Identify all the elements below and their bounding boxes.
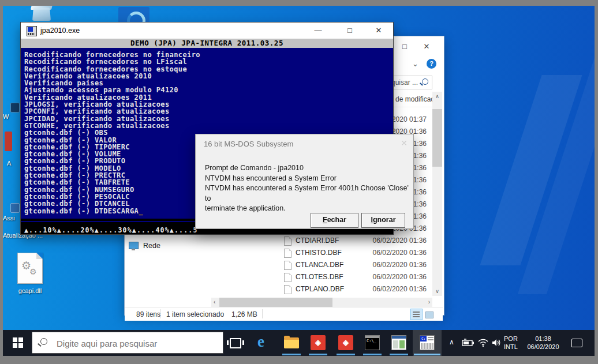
ignore-button[interactable]: Ignorar [361, 213, 405, 228]
file-name: CTPLANO.DBF [296, 285, 344, 293]
details-view-icon [413, 312, 420, 317]
windows-logo-icon [18, 337, 23, 342]
vertical-scrollbar-thumb[interactable] [432, 109, 442, 167]
battery-icon[interactable] [462, 339, 474, 347]
action-center-icon[interactable] [571, 339, 582, 347]
file-icon [284, 261, 291, 270]
wifi-icon[interactable] [478, 339, 488, 347]
edge-logo-icon [127, 12, 145, 22]
vertical-scrollbar[interactable]: ∧ ∨ [432, 92, 442, 296]
edge-icon: e [257, 333, 264, 351]
scroll-left-icon[interactable]: ‹ [214, 299, 215, 305]
open-app-indicator [309, 354, 327, 355]
close-icon[interactable]: ✕ [367, 26, 390, 35]
file-row[interactable]: CTPLANO.DBF06/02/2020 01:36 [211, 283, 432, 295]
scroll-down-icon[interactable]: ∨ [432, 288, 442, 294]
desktop-icon-fragment[interactable] [10, 203, 20, 213]
edge-desktop-icon[interactable] [118, 7, 150, 22]
help-icon[interactable]: ? [427, 59, 436, 69]
dialog-message-line: Prompt de Comando - jpa2010 [205, 163, 413, 174]
close-icon[interactable]: ✕ [401, 138, 408, 148]
app-icon-panel [393, 340, 398, 348]
search-icon [40, 338, 47, 345]
close-icon[interactable]: ✕ [418, 42, 435, 51]
windows-logo-icon [18, 343, 23, 348]
scroll-right-icon[interactable]: › [428, 299, 430, 305]
console-cursor: _ [139, 207, 143, 215]
maximize-icon[interactable]: □ [396, 42, 413, 51]
console-lines: Recodificando fornecedores no financeiro… [24, 51, 200, 215]
desktop-icon-label: Assi [3, 215, 15, 222]
desktop-icon-fragment-red[interactable] [5, 132, 12, 151]
start-button[interactable] [13, 337, 23, 348]
taskbar-app-button[interactable] [386, 330, 412, 356]
scroll-up-icon[interactable]: ∧ [432, 93, 442, 99]
app-icon-titlebar [392, 336, 406, 339]
taskbar-cmd-button[interactable]: C:\_ [360, 330, 385, 356]
file-icon [284, 237, 291, 246]
button-label: echar [327, 216, 346, 224]
column-header-label: de modificaçã [395, 95, 438, 103]
console-progress-line: ▲...10%▲....20%▲....30%▲....40%▲....5 [24, 226, 198, 234]
file-row[interactable]: CTLOTES.DBF06/02/2020 01:36 [211, 271, 432, 283]
open-app-indicator [390, 354, 408, 355]
sidebar-item-label: Rede [143, 242, 160, 250]
gcapi-dll-icon[interactable]: ⚙ ⚙ gcapi.dll [17, 253, 50, 291]
file-row[interactable]: CTDIARI.DBF06/02/2020 01:36 [211, 235, 432, 247]
recycle-bin-icon[interactable] [33, 7, 50, 21]
anydesk-glyph: ◈ [315, 338, 321, 347]
horizontal-scrollbar-thumb[interactable] [219, 298, 332, 307]
dialog-message-line: NTVDM has encountered a System Error [205, 174, 413, 184]
cmd-icon-titlebar [365, 336, 379, 338]
taskbar-anydesk2-button[interactable]: ◈ [333, 330, 358, 356]
file-row[interactable]: CTLANCA.DBF06/02/2020 01:36 [211, 259, 432, 271]
taskbar-anydesk-button[interactable]: ◈ [305, 330, 331, 356]
console-line: gtconhe.dbf (-) DTCANCEL [24, 200, 200, 207]
task-view-button[interactable] [230, 338, 241, 348]
msdos-app-icon [27, 26, 37, 36]
console-line: gtconhe.dbf (-) OBS [24, 129, 200, 136]
details-view-button[interactable] [410, 309, 423, 320]
dos-icon-title: C: [420, 336, 427, 342]
button-label: gnorar [373, 216, 396, 224]
thumbnails-view-icon [425, 312, 433, 318]
dos-icon-line [428, 337, 433, 338]
search-input[interactable] [55, 332, 219, 354]
file-date-modified: 06/02/2020 01:36 [373, 285, 427, 293]
desktop-icon-fragment[interactable] [10, 103, 20, 112]
file-name: CTDIARI.DBF [296, 237, 339, 245]
console-line: Ajustando acessos para modulo P4120 [24, 87, 200, 93]
desktop-icon-label: W [3, 113, 9, 120]
console-line: gtconhe.dbf (-) TABFRETE [24, 179, 200, 186]
taskbar-dos-app-button-active[interactable]: C: [413, 330, 442, 356]
file-row[interactable]: CTHISTO.DBF06/02/2020 01:36 [211, 247, 432, 259]
language-indicator[interactable]: POR INTL [504, 335, 518, 351]
horizontal-scrollbar[interactable]: ‹ › [211, 298, 432, 307]
msdos-icon-bar [28, 33, 35, 35]
open-app-indicator [282, 354, 301, 355]
clock-date: 06/02/2020 [524, 343, 562, 351]
taskbar-edge-button[interactable]: e [252, 330, 278, 356]
taskbar-clock[interactable]: 01:38 06/02/2020 [524, 335, 562, 351]
taskbar-explorer-button[interactable] [279, 330, 304, 356]
speaker-icon[interactable] [492, 339, 502, 347]
selected-count: 1 item selecionado [166, 310, 224, 318]
console-header-banner: DEMO (JPA) JPA-INTEGRA 2011.03.25 [21, 39, 393, 48]
explorer-status-bar: 89 itens 1 item selecionado 1,26 MB [125, 307, 443, 321]
taskbar-search-box[interactable] [32, 332, 223, 354]
close-button[interactable]: Fechar [311, 213, 358, 228]
console-line: gtconhe.dbf (-) PRODUTO [24, 157, 200, 164]
thumbnails-view-button[interactable] [423, 309, 435, 320]
network-icon [129, 242, 139, 249]
ribbon-chevron-down-icon[interactable]: ⌄ [412, 59, 418, 68]
maximize-icon[interactable]: □ [338, 26, 361, 35]
desktop: W A Assi Atualização ... ⚙ ⚙ gcapi.dll —… [3, 6, 595, 356]
minimize-icon[interactable]: — [307, 26, 330, 35]
tray-chevron-up-icon[interactable]: ∧ [449, 338, 454, 346]
anydesk-icon: ◈ [311, 335, 326, 350]
app-window-icon [391, 335, 406, 350]
windows-logo-icon [13, 337, 17, 342]
console-titlebar[interactable]: jpa2010.exe — □ ✕ [21, 22, 393, 39]
accesskey: F [323, 216, 327, 224]
open-app-indicator [414, 354, 440, 355]
